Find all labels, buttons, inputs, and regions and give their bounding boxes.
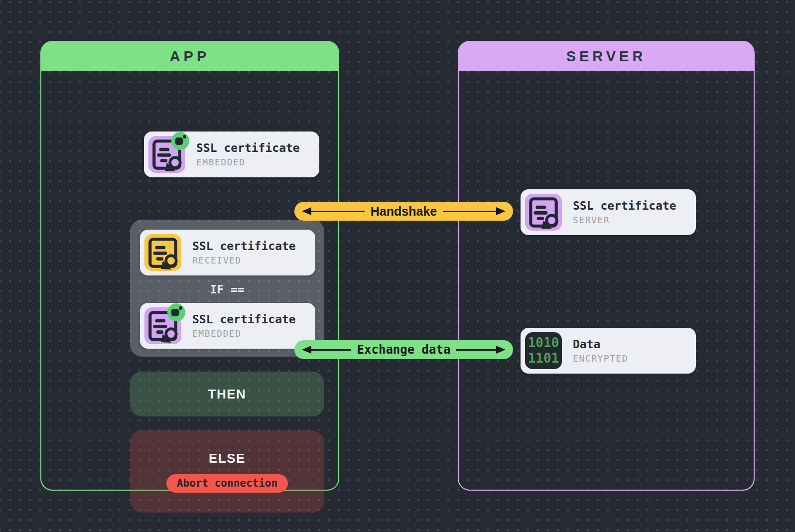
server-certificate-card: SSL certificate SERVER <box>521 189 696 235</box>
certificate-icon <box>525 194 562 231</box>
app-embedded-certificate-card-compare: SSL certificate EMBEDDED <box>140 303 315 349</box>
exchange-data-arrow-label: Exchange data <box>351 343 457 357</box>
card-subtitle: EMBEDDED <box>196 157 300 167</box>
certificate-comparison-group: SSL certificate RECEIVED IF == <box>130 220 324 357</box>
card-title: SSL certificate <box>192 313 296 326</box>
card-subtitle: RECEIVED <box>192 255 296 266</box>
arrowhead-left-icon <box>302 346 311 354</box>
server-panel-header: SERVER <box>459 42 754 71</box>
arrowhead-right-icon <box>496 207 506 215</box>
if-equals-operator: IF == <box>130 275 324 303</box>
card-subtitle: SERVER <box>573 215 676 225</box>
handshake-arrow-label: Handshake <box>365 204 443 219</box>
server-panel: SERVER SSL certificate SERVER 1010 1101 … <box>458 41 755 491</box>
arrowhead-right-icon <box>496 346 506 354</box>
app-panel: APP SSL certificate EMBEDDED <box>40 41 339 491</box>
app-badge-icon <box>167 303 185 321</box>
card-subtitle: ENCRYPTED <box>573 353 628 364</box>
card-title: SSL certificate <box>573 199 676 212</box>
card-subtitle: EMBEDDED <box>192 328 296 339</box>
app-badge-icon <box>171 132 189 150</box>
card-title: SSL certificate <box>196 141 300 154</box>
card-title: SSL certificate <box>192 240 296 253</box>
app-embedded-certificate-card: SSL certificate EMBEDDED <box>144 132 319 177</box>
then-label: THEN <box>208 387 247 402</box>
app-panel-header: APP <box>41 42 338 71</box>
server-data-card: 1010 1101 Data ENCRYPTED <box>521 328 696 374</box>
app-panel-title: APP <box>170 48 210 65</box>
arrowhead-left-icon <box>302 207 311 215</box>
handshake-arrow: Handshake <box>294 202 513 221</box>
app-received-certificate-card: SSL certificate RECEIVED <box>140 230 315 275</box>
binary-line: 1010 <box>528 335 559 351</box>
else-label: ELSE <box>209 451 246 466</box>
certificate-icon <box>144 234 181 271</box>
card-title: Data <box>573 338 628 351</box>
else-branch: ELSE Abort connection <box>130 430 324 513</box>
binary-line: 1101 <box>528 351 559 366</box>
then-branch: THEN <box>130 372 324 416</box>
exchange-data-arrow: Exchange data <box>294 340 513 359</box>
server-panel-title: SERVER <box>566 48 647 65</box>
certificate-icon <box>148 136 185 173</box>
abort-connection-pill: Abort connection <box>166 474 288 493</box>
binary-data-icon: 1010 1101 <box>525 332 562 369</box>
certificate-icon <box>144 307 181 344</box>
